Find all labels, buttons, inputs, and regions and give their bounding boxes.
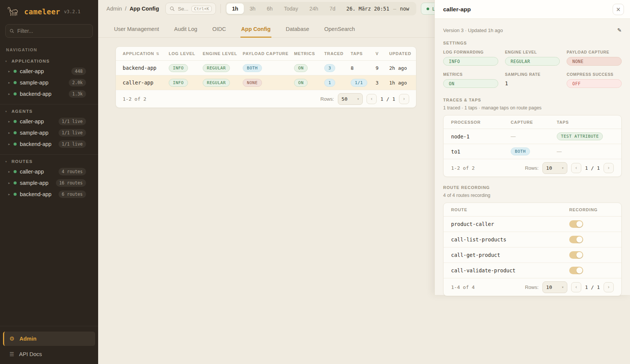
tab-opensearch[interactable]: OpenSearch	[323, 24, 356, 37]
navigation-label: NAVIGATION	[0, 41, 98, 54]
column-header-capture: CAPTURE	[511, 120, 557, 124]
recording-toggle[interactable]	[569, 220, 583, 228]
pagination-range: 1-2 of 2	[451, 165, 475, 171]
tab-oidc[interactable]: OIDC	[212, 24, 227, 37]
column-header-engine-level: ENGINE LEVEL	[203, 51, 243, 56]
table-row-call-get-product: call-get-product	[444, 247, 621, 263]
column-header-metrics: METRICS	[294, 51, 324, 56]
rows-per-page-select[interactable]: 10 ▾	[542, 162, 567, 174]
next-page-button[interactable]: ›	[399, 94, 409, 104]
time-range-7d[interactable]: 7d	[324, 3, 341, 14]
recording-toggle[interactable]	[569, 251, 583, 259]
sidebar-item-backend-app[interactable]: ▸ backend-app 1.3k	[0, 88, 98, 100]
sidebar-item-caller-app-routes[interactable]: ▸ caller-app 4 routes	[0, 166, 98, 177]
sidebar-item-badge: 448	[71, 68, 86, 75]
sidebar-item-caller-app[interactable]: ▸ caller-app 448	[0, 66, 98, 77]
breadcrumb-parent[interactable]: Admin	[106, 6, 122, 12]
page-title: App Config	[129, 6, 159, 12]
page-indicator: 1 / 1	[585, 165, 600, 171]
time-range-today[interactable]: Today	[278, 3, 303, 14]
sidebar-item-sample-app[interactable]: ▸ sample-app 2.0k	[0, 77, 98, 88]
version-value: 9	[376, 65, 389, 71]
section-header-agents[interactable]: ▾ AGENTS	[0, 106, 98, 116]
nav-section-routes: ▾ ROUTES ▸ caller-app 4 routes ▸ sample-…	[0, 154, 98, 204]
sidebar-item-label: caller-app	[20, 118, 55, 124]
recording-toggle[interactable]	[569, 236, 583, 243]
prev-page-button[interactable]: ‹	[571, 163, 581, 173]
version-meta: Version 3 · Updated 1h ago ✎	[443, 27, 622, 33]
traces-table: PROCESSOR CAPTURE TAPS node-1 — TEST ATT…	[443, 115, 622, 177]
pagination-range: 1-2 of 2	[123, 96, 146, 102]
setting-value-badge: INFO	[443, 57, 498, 66]
section-header-applications[interactable]: ▾ APPLICATIONS	[0, 56, 98, 66]
sidebar-item-api-docs[interactable]: ☰ API Docs	[3, 347, 95, 361]
sidebar-item-label: backend-app	[20, 191, 55, 197]
traced-badge: 3	[324, 64, 335, 72]
taps-badge: 1/1	[351, 79, 367, 87]
chevron-right-icon: ▸	[8, 181, 10, 185]
processor-name: to1	[451, 149, 511, 155]
breadcrumb: Admin / App Config	[106, 6, 159, 12]
date-from: 26. März 20:51	[347, 6, 390, 12]
close-button[interactable]: ×	[613, 4, 624, 15]
next-page-button[interactable]: ›	[604, 163, 614, 173]
sidebar-item-label: sample-app	[20, 180, 52, 186]
sidebar-item-sample-app-routes[interactable]: ▸ sample-app 16 routes	[0, 177, 98, 189]
filter-input[interactable]	[17, 28, 89, 34]
gear-icon: ⚙	[9, 335, 14, 342]
date-separator: —	[393, 6, 396, 12]
sidebar-item-sample-app-agent[interactable]: ▸ sample-app 1/1 live	[0, 127, 98, 138]
prev-page-button[interactable]: ‹	[571, 282, 581, 292]
time-range-24h[interactable]: 24h	[304, 3, 324, 14]
sidebar-item-backend-app-agent[interactable]: ▸ backend-app 1/1 live	[0, 138, 98, 150]
sidebar-item-caller-app-agent[interactable]: ▸ caller-app 1/1 live	[0, 116, 98, 127]
taps-badge: TEST ATTRIBUTE	[557, 132, 603, 140]
sidebar-item-admin[interactable]: ⚙ Admin	[3, 332, 95, 346]
status-dot	[14, 170, 17, 173]
global-search-button[interactable]: Se... Ctrl+K	[165, 3, 216, 15]
sidebar-item-badge: 1/1 live	[59, 140, 86, 148]
table-footer: 1-2 of 2 Rows: 10 ▾ ‹ 1 / 1 ›	[444, 159, 621, 177]
rows-per-page-select[interactable]: 50 ▾	[338, 93, 363, 105]
column-header-v: V	[376, 51, 389, 56]
prev-page-button[interactable]: ‹	[367, 94, 377, 104]
table-row-backend-app[interactable]: backend-app INFO REGULAR BOTH ON 3 8 9 2…	[116, 61, 416, 75]
setting-value-badge: OFF	[567, 79, 622, 88]
tab-database[interactable]: Database	[285, 24, 310, 37]
sidebar-item-backend-app-routes[interactable]: ▸ backend-app 6 routes	[0, 189, 98, 200]
taps-value: 8	[351, 65, 376, 71]
time-range-display[interactable]: 26. März 20:51 — now	[341, 6, 415, 12]
tab-app-config[interactable]: App Config	[240, 24, 271, 38]
drawer-body: Version 3 · Updated 1h ago ✎ SETTINGS LO…	[435, 19, 630, 304]
payload-capture-badge: NONE	[243, 79, 262, 87]
rows-per-page-select[interactable]: 10 ▾	[542, 281, 567, 293]
sidebar-item-label: backend-app	[20, 91, 66, 97]
table-row-node-1[interactable]: node-1 — TEST ATTRIBUTE	[444, 129, 621, 144]
camel-logo-icon	[6, 6, 20, 17]
tab-user-management[interactable]: User Management	[113, 24, 160, 37]
nav-section-agents: ▾ AGENTS ▸ caller-app 1/1 live ▸ sample-…	[0, 104, 98, 154]
time-range-3h[interactable]: 3h	[244, 3, 261, 14]
table-row-to1[interactable]: to1 BOTH —	[444, 144, 621, 159]
table-row-call-list-products: call-list-products	[444, 232, 621, 247]
tab-audit-log[interactable]: Audit Log	[173, 24, 198, 37]
setting-value-badge: REGULAR	[505, 57, 560, 66]
recording-toggle[interactable]	[569, 267, 583, 274]
next-page-button[interactable]: ›	[604, 282, 614, 292]
section-label: APPLICATIONS	[11, 59, 49, 63]
date-to: now	[400, 6, 409, 12]
time-range-6h[interactable]: 6h	[261, 3, 279, 14]
column-header-application[interactable]: APPLICATION⇅	[123, 51, 169, 56]
time-range-1h[interactable]: 1h	[226, 3, 244, 14]
chevron-right-icon: ▸	[8, 120, 10, 123]
section-header-routes[interactable]: ▾ ROUTES	[0, 157, 98, 166]
column-header-recording: RECORDING	[569, 207, 614, 212]
chevron-down-icon: ▾	[5, 160, 7, 163]
edit-pencil-icon[interactable]: ✎	[617, 27, 622, 33]
sidebar-item-badge: 1/1 live	[59, 118, 86, 125]
sidebar-item-label: Admin	[19, 336, 36, 342]
table-row-caller-app[interactable]: caller-app INFO REGULAR NONE ON 1 1/1 3 …	[116, 75, 416, 90]
application-name: backend-app	[123, 65, 169, 71]
table-footer: 1-2 of 2 Rows: 50 ▾ ‹ 1 / 1 ›	[116, 90, 416, 108]
chevron-right-icon: ▸	[8, 81, 10, 84]
